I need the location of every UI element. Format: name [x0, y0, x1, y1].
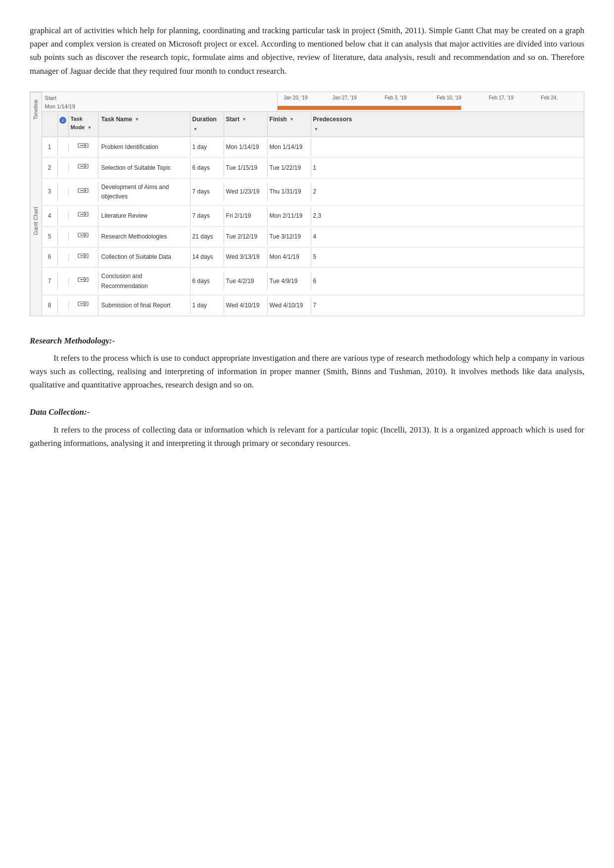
row-taskname: Research Methodologies: [98, 228, 190, 245]
row-start: Tue 2/12/19: [224, 228, 268, 245]
row-finish: Mon 4/1/19: [268, 248, 311, 266]
row-info: [58, 278, 69, 286]
row-start: Tue 4/2/19: [224, 273, 268, 290]
col-finish-header[interactable]: Finish ▼: [268, 112, 311, 137]
duration-dropdown-arrow[interactable]: ▼: [193, 127, 198, 132]
row-taskname: Submission of final Report: [98, 297, 190, 314]
row-taskname: Development of Aims and objectives: [98, 179, 190, 205]
data-collection-heading: Data Collection:-: [30, 405, 584, 419]
task-mode-icon: [77, 141, 89, 150]
task-mode-icon: [77, 210, 89, 219]
col-pred-header[interactable]: Predecessors ▼: [311, 112, 354, 137]
row-num: 1: [42, 139, 58, 156]
row-taskmode: [69, 182, 98, 202]
col-taskname-header[interactable]: Task Name ▼: [98, 112, 190, 137]
gantt-timeline-label: Timeline: [30, 92, 42, 127]
date-tick-6: Feb 24,: [541, 94, 558, 102]
row-taskmode: [69, 206, 98, 226]
gantt-main: StartMon 1/14/19 Jan 20, '19 Jan 27, '19…: [42, 92, 584, 316]
row-duration: 1 day: [190, 297, 224, 314]
row-taskname: Collection of Suitable Data: [98, 248, 190, 266]
row-finish: Tue 1/22/19: [268, 159, 311, 177]
timeline-start-label: StartMon 1/14/19: [45, 94, 274, 111]
finish-dropdown-arrow[interactable]: ▼: [289, 117, 294, 122]
row-predecessors: 7: [311, 297, 354, 314]
col-num-header: [42, 112, 58, 137]
col-taskmode-header[interactable]: Task Mode ▼: [69, 112, 98, 137]
start-dropdown-arrow[interactable]: ▼: [242, 117, 246, 122]
date-tick-2: Jan 27, '19: [332, 94, 357, 102]
row-taskmode: [69, 137, 98, 157]
row-num: 2: [42, 159, 58, 177]
research-methodology-para: It refers to the process which is use to…: [30, 351, 584, 392]
table-row: 8 Submission of final Report 1 day Wed 4…: [42, 295, 584, 316]
row-taskname: Selection of Suitable Topic: [98, 159, 190, 177]
timeline-orange-bar: [278, 106, 584, 110]
row-num: 6: [42, 248, 58, 266]
row-start: Wed 1/23/19: [224, 183, 268, 200]
row-duration: 7 days: [190, 183, 224, 200]
task-mode-icon: [77, 251, 89, 260]
row-finish: Mon 1/14/19: [268, 139, 311, 156]
row-predecessors: 4: [311, 228, 354, 245]
row-info: [58, 301, 69, 309]
row-finish: Thu 1/31/19: [268, 183, 311, 200]
row-num: 8: [42, 297, 58, 314]
table-row: 5 Research Methodologies 21 days Tue 2/1…: [42, 227, 584, 247]
row-info: [58, 164, 69, 172]
table-row: 2 Selection of Suitable Topic 6 days Tue…: [42, 158, 584, 179]
taskmode-dropdown-arrow[interactable]: ▼: [87, 125, 92, 130]
taskname-dropdown-arrow[interactable]: ▼: [135, 117, 139, 122]
row-num: 4: [42, 207, 58, 225]
row-taskmode: [69, 295, 98, 316]
row-predecessors: 1: [311, 159, 354, 177]
row-predecessors: 2: [311, 183, 354, 200]
row-taskmode: [69, 227, 98, 247]
row-info: [58, 233, 69, 241]
row-num: 5: [42, 228, 58, 245]
task-mode-icon: [77, 162, 89, 171]
task-mode-icon: [77, 299, 89, 308]
row-duration: 6 days: [190, 273, 224, 290]
table-row: 6 Collection of Suitable Data 14 days We…: [42, 247, 584, 268]
table-row: 1 Problem Identification 1 day Mon 1/14/…: [42, 137, 584, 158]
pred-dropdown-arrow[interactable]: ▼: [314, 127, 319, 132]
row-taskname: Problem Identification: [98, 139, 190, 156]
col-info-header: i: [58, 112, 69, 137]
task-mode-icon: [77, 186, 89, 195]
intro-paragraph: graphical art of activities which help f…: [30, 24, 584, 78]
row-predecessors: [311, 144, 354, 151]
table-row: 3 Development of Aims and objectives 7 d…: [42, 179, 584, 206]
row-duration: 7 days: [190, 207, 224, 225]
row-start: Wed 3/13/19: [224, 248, 268, 266]
row-predecessors: 2,3: [311, 207, 354, 225]
date-tick-5: Feb 17, '19: [489, 94, 514, 102]
col-start-header[interactable]: Start ▼: [224, 112, 268, 137]
row-num: 7: [42, 273, 58, 290]
row-finish: Mon 2/11/19: [268, 207, 311, 225]
row-predecessors: 5: [311, 248, 354, 266]
research-methodology-heading: Research Methodology:-: [30, 334, 584, 347]
row-taskname: Conclusion and Recommendation: [98, 268, 190, 294]
row-num: 3: [42, 183, 58, 200]
row-taskmode: [69, 158, 98, 178]
gantt-col-headers: i Task Mode ▼ Task Name ▼ Duration ▼ Sta…: [42, 112, 584, 137]
data-collection-para: It refers to the process of collecting d…: [30, 423, 584, 450]
gantt-chart: Timeline Gantt Chart StartMon 1/14/19: [30, 92, 584, 316]
table-row: 4 Literature Review 7 days Fri 2/1/19 Mo…: [42, 206, 584, 227]
row-taskmode: [69, 247, 98, 268]
row-info: [58, 253, 69, 261]
row-predecessors: 6: [311, 273, 354, 290]
gantt-rows: 1 Problem Identification 1 day Mon 1/14/…: [42, 137, 584, 316]
row-duration: 21 days: [190, 228, 224, 245]
row-info: [58, 144, 69, 151]
row-start: Fri 2/1/19: [224, 207, 268, 225]
row-start: Tue 1/15/19: [224, 159, 268, 177]
table-row: 7 Conclusion and Recommendation 6 days T…: [42, 268, 584, 295]
col-duration-header[interactable]: Duration ▼: [190, 112, 224, 137]
gantt-chart-label: Gantt Chart: [30, 127, 42, 316]
row-finish: Tue 3/12/19: [268, 228, 311, 245]
date-tick-4: Feb 10, '19: [437, 94, 462, 102]
row-duration: 6 days: [190, 159, 224, 177]
row-info: [58, 188, 69, 196]
